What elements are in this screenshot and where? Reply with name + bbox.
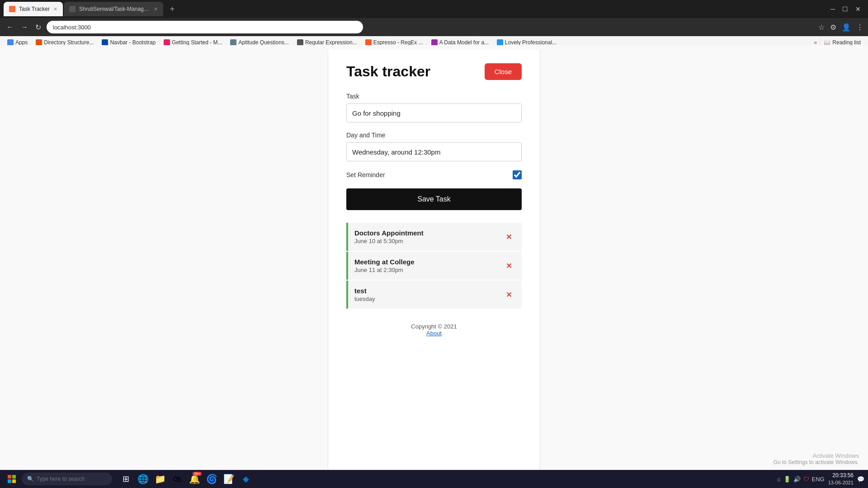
task-name-3: test — [354, 287, 502, 295]
bookmark-espresso-label: Espresso - RegEx ... — [373, 39, 423, 46]
reload-button[interactable]: ↻ — [33, 21, 43, 33]
tab-bar: Task Tracker ✕ ShrutiSemwal/Task-Manager… — [0, 0, 868, 18]
task-delete-3[interactable]: ✕ — [502, 289, 515, 301]
profile-icon[interactable]: 👤 — [842, 23, 851, 32]
taskbar-chrome[interactable]: 🌀 — [203, 471, 220, 487]
lang-indicator[interactable]: ENG — [812, 476, 825, 483]
getting-started-favicon — [164, 39, 170, 46]
notifications-badge: 99+ — [193, 472, 202, 476]
notifications-panel-icon[interactable]: 💬 — [857, 476, 864, 483]
footer: Copyright © 2021 About — [346, 310, 522, 341]
svg-rect-0 — [8, 475, 11, 479]
datamodel-favicon — [431, 39, 438, 46]
task-info-2: Meeting at College June 11 at 2:30pm — [348, 258, 502, 273]
clock-date: 13-06-2021 — [828, 479, 854, 486]
tab-close-1[interactable]: ✕ — [53, 6, 57, 12]
taskbar-edge[interactable]: 🌐 — [135, 471, 151, 487]
extensions-icon[interactable]: ⚙ — [830, 23, 836, 32]
task-item: Doctors Appointment June 10 at 5:30pm ✕ — [346, 223, 522, 251]
address-input[interactable] — [47, 21, 363, 33]
tab-favicon-2 — [69, 6, 75, 12]
app-title: Task tracker — [346, 63, 430, 80]
taskbar-search-input[interactable] — [37, 476, 104, 482]
task-label: Task — [346, 93, 522, 100]
aptitude-favicon — [230, 39, 236, 46]
about-link[interactable]: About — [426, 330, 442, 337]
tab-favicon-1 — [9, 6, 15, 12]
copyright-text: Copyright © 2021 — [346, 323, 522, 330]
address-bar-row: ← → ↻ ☆ ⚙ 👤 ⋮ — [0, 18, 868, 36]
new-tab-button[interactable]: + — [166, 3, 179, 15]
task-delete-2[interactable]: ✕ — [502, 260, 515, 272]
close-button[interactable]: Close — [485, 63, 522, 80]
svg-rect-1 — [12, 475, 16, 479]
taskbar-word[interactable]: 📝 — [221, 471, 237, 487]
bookmark-directory-label: Directory Structure... — [44, 39, 94, 46]
bookmarks-more-button[interactable]: » — [814, 39, 817, 46]
reminder-checkbox[interactable] — [513, 170, 522, 179]
taskbar-file-explorer[interactable]: 📁 — [152, 471, 168, 487]
tasks-list: Doctors Appointment June 10 at 5:30pm ✕ … — [346, 223, 522, 310]
reading-list-icon: 📖 — [824, 39, 830, 46]
sound-icon[interactable]: 🔊 — [793, 476, 801, 483]
day-time-label: Day and Time — [346, 131, 522, 139]
task-item: test tuesday ✕ — [346, 281, 522, 309]
task-time-1: June 10 at 5:30pm — [354, 238, 502, 244]
network-icon[interactable]: ⌂ — [777, 476, 781, 483]
reminder-label: Set Reminder — [346, 171, 385, 178]
start-button[interactable] — [4, 471, 20, 487]
taskbar-apps: ⊞ 🌐 📁 🛍 🔔 99+ 🌀 📝 ◆ — [118, 471, 254, 487]
directory-favicon — [36, 39, 42, 46]
clock-time: 20:33:56 — [828, 472, 854, 479]
taskbar-search[interactable]: 🔍 — [22, 473, 112, 485]
tab-close-2[interactable]: ✕ — [154, 6, 158, 12]
minimize-button[interactable]: ─ — [830, 5, 835, 13]
tab-github[interactable]: ShrutiSemwal/Task-Manager: A... ✕ — [64, 2, 163, 16]
browser-chrome: Task Tracker ✕ ShrutiSemwal/Task-Manager… — [0, 0, 868, 45]
taskbar-task-view[interactable]: ⊞ — [118, 471, 134, 487]
edge-icon: 🌐 — [137, 474, 149, 484]
bookmark-datamodel-label: A Data Model for a... — [439, 39, 489, 46]
tab-title-2: ShrutiSemwal/Task-Manager: A... — [79, 6, 150, 12]
taskbar-store[interactable]: 🛍 — [169, 471, 185, 487]
task-form-group: Task — [346, 93, 522, 122]
task-info-3: test tuesday — [348, 287, 502, 302]
save-task-button[interactable]: Save Task — [346, 188, 522, 210]
vscode-icon: ◆ — [243, 474, 249, 484]
chrome-icon: 🌀 — [206, 474, 217, 484]
day-time-form-group: Day and Time — [346, 131, 522, 161]
bookmark-star-icon[interactable]: ☆ — [818, 23, 825, 32]
task-name-1: Doctors Appointment — [354, 229, 502, 237]
bookmark-bootstrap-label: Navbar - Bootstrap — [110, 39, 156, 46]
reading-list-label: Reading list — [832, 39, 861, 46]
battery-icon[interactable]: 🔋 — [783, 476, 791, 483]
close-window-button[interactable]: ✕ — [855, 5, 861, 13]
taskbar-search-icon: 🔍 — [27, 476, 34, 482]
task-time-2: June 11 at 2:30pm — [354, 267, 502, 273]
task-delete-1[interactable]: ✕ — [502, 231, 515, 243]
tab-task-tracker[interactable]: Task Tracker ✕ — [4, 2, 63, 16]
window-controls: ─ ☐ ✕ — [830, 5, 864, 13]
espresso-favicon — [365, 39, 372, 46]
bookmark-apps-label: Apps — [15, 39, 28, 46]
taskbar-vscode[interactable]: ◆ — [238, 471, 254, 487]
task-time-3: tuesday — [354, 296, 502, 302]
task-info-1: Doctors Appointment June 10 at 5:30pm — [348, 229, 502, 244]
taskbar-right: ⌂ 🔋 🔊 🛡 ENG 20:33:56 13-06-2021 💬 — [777, 472, 864, 486]
bookmark-aptitude-label: Aptitude Questions... — [238, 39, 288, 46]
antivirus-icon[interactable]: 🛡 — [803, 476, 809, 483]
bootstrap-favicon — [102, 39, 108, 46]
app-container: Task tracker Close Task Day and Time Set… — [328, 50, 540, 470]
bookmark-lovely-label: Lovely Professional... — [505, 39, 557, 46]
taskbar-notifications[interactable]: 🔔 99+ — [186, 471, 203, 487]
maximize-button[interactable]: ☐ — [842, 5, 848, 13]
day-time-input[interactable] — [346, 142, 522, 161]
tab-title-1: Task Tracker — [19, 6, 50, 12]
bookmark-getting-started-label: Getting Started - M... — [172, 39, 222, 46]
task-input[interactable] — [346, 103, 522, 122]
regex1-favicon — [297, 39, 303, 46]
svg-rect-2 — [8, 479, 11, 483]
forward-button[interactable]: → — [19, 21, 30, 33]
back-button[interactable]: ← — [5, 21, 15, 33]
menu-icon[interactable]: ⋮ — [856, 23, 863, 32]
